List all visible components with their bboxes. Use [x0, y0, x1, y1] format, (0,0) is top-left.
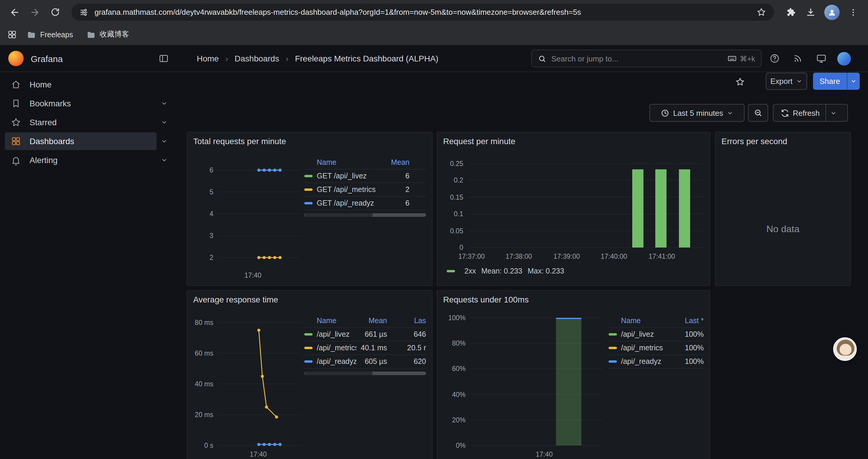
sidebar-item-alerting[interactable]: Alerting: [5, 151, 157, 169]
series-color-chip: [304, 175, 313, 177]
breadcrumb-home[interactable]: Home: [197, 54, 219, 63]
favorite-star-icon[interactable]: [735, 77, 745, 87]
profile-avatar[interactable]: [824, 4, 840, 20]
breadcrumb-current: Freeleaps Metrics Dashboard (ALPHA): [295, 54, 438, 63]
help-icon[interactable]: [769, 53, 780, 64]
col-last[interactable]: Last *: [675, 317, 704, 325]
breadcrumb-separator: ›: [225, 54, 228, 63]
downloads-icon[interactable]: [802, 3, 819, 21]
legend-table-header: Name Last *: [609, 314, 704, 328]
site-info-icon[interactable]: [79, 7, 89, 17]
series-color-chip: [609, 360, 617, 363]
col-mean[interactable]: Mean: [379, 158, 409, 167]
refresh-interval-chevron-icon[interactable]: [826, 104, 840, 121]
chevron-down-icon: [796, 78, 803, 85]
legend-row[interactable]: GET /api/_metrics 2: [304, 183, 426, 197]
legend-row[interactable]: GET /api/_livez 6: [304, 169, 426, 183]
breadcrumb-dashboards[interactable]: Dashboards: [235, 54, 279, 63]
legend-table: Name Last * /api/_livez 100% /api/_metri…: [609, 314, 704, 369]
table-horizontal-scrollbar[interactable]: [304, 371, 426, 375]
browser-toolbar: grafana.mathmast.com/d/deytv4rwavabkb/fr…: [0, 0, 868, 24]
legend-table: Name Mean GET /api/_livez 6 GET /api/_me…: [304, 156, 426, 217]
reload-icon[interactable]: [46, 3, 64, 21]
legend-table-header: Name Mean Las: [304, 314, 426, 328]
search-shortcut: ⌘+k: [727, 54, 755, 63]
folder-icon: [27, 30, 36, 39]
legend-table-header: Name Mean: [304, 156, 426, 169]
refresh-button[interactable]: Refresh: [773, 104, 848, 122]
breadcrumb: Home › Dashboards › Freeleaps Metrics Da…: [197, 45, 438, 71]
screen: grafana.mathmast.com/d/deytv4rwavabkb/fr…: [0, 0, 868, 459]
chevron-down-icon[interactable]: [161, 138, 168, 145]
grafana-header: Grafana Home › Dashboards › Freeleaps Me…: [0, 45, 868, 72]
legend-row[interactable]: /api/_metrics 100%: [609, 341, 704, 355]
rss-icon[interactable]: [793, 53, 803, 64]
folder-icon: [86, 30, 95, 39]
breadcrumb-separator: ›: [286, 54, 288, 63]
keyboard-icon: [727, 54, 737, 63]
panel-errors-per-second: Errors per second No data: [715, 132, 851, 286]
chevron-down-icon[interactable]: [161, 100, 168, 107]
url-bar[interactable]: grafana.mathmast.com/d/deytv4rwavabkb/fr…: [71, 4, 774, 21]
user-avatar[interactable]: [837, 52, 851, 66]
assistant-avatar[interactable]: [833, 337, 857, 361]
series-color-chip: [447, 270, 455, 272]
grafana-logo[interactable]: [8, 51, 24, 66]
sidebar-item-starred[interactable]: Starred: [5, 113, 157, 131]
table-horizontal-scrollbar[interactable]: [304, 213, 426, 217]
chevron-down-icon: [727, 109, 733, 116]
series-color-chip: [304, 333, 313, 335]
search-placeholder: Search or jump to...: [551, 54, 618, 63]
legend-mean: Mean: 0.233: [481, 267, 522, 275]
star-icon: [11, 117, 21, 128]
legend-row[interactable]: /api/_livez 661 µs 646: [304, 328, 426, 341]
sidebar-item-dashboards[interactable]: Dashboards: [5, 132, 157, 150]
col-name[interactable]: Name: [317, 317, 356, 325]
scrollbar-thumb[interactable]: [305, 213, 373, 217]
zoom-out-icon: [753, 108, 763, 118]
col-name[interactable]: Name: [621, 317, 675, 325]
forward-icon[interactable]: [26, 3, 44, 21]
col-mean[interactable]: Mean: [356, 317, 387, 325]
url-text: grafana.mathmast.com/d/deytv4rwavabkb/fr…: [95, 8, 750, 17]
monitor-icon[interactable]: [816, 53, 827, 64]
share-button[interactable]: Share: [813, 73, 860, 90]
series-color-chip: [304, 360, 313, 363]
legend-table: Name Mean Las /api/_livez 661 µs 646 /ap…: [304, 314, 426, 375]
bookmark-star-icon[interactable]: [756, 7, 766, 17]
col-last[interactable]: Las: [395, 317, 426, 325]
legend-row[interactable]: /api/_metrics 40.1 ms 20.5 r: [304, 341, 426, 355]
series-color-chip: [304, 189, 313, 191]
brand-name: Grafana: [31, 54, 63, 64]
home-icon: [11, 79, 21, 90]
legend-row[interactable]: GET /api/_readyz 6: [304, 197, 426, 210]
chevron-down-icon[interactable]: [161, 119, 168, 126]
apps-grid-icon[interactable]: [7, 30, 17, 40]
avatar-face: [840, 344, 851, 355]
share-menu-chevron-icon[interactable]: [846, 73, 860, 90]
time-range-picker[interactable]: Last 5 minutes: [649, 104, 745, 122]
sidebar-item-bookmarks[interactable]: Bookmarks: [5, 95, 157, 112]
chevron-down-icon[interactable]: [161, 157, 168, 164]
legend-row[interactable]: /api/_readyz 605 µs 620: [304, 355, 426, 369]
zoom-out-button[interactable]: [748, 104, 768, 122]
export-button[interactable]: Export: [766, 73, 807, 90]
back-icon[interactable]: [6, 3, 24, 21]
sidebar-toggle-icon[interactable]: [158, 53, 169, 64]
panel-total-requests-per-minute: Total requests per minute 6543217:40 Nam…: [187, 132, 433, 286]
bookmark-folder-blogs[interactable]: 收藏博客: [83, 28, 133, 41]
legend-row[interactable]: /api/_livez 100%: [609, 328, 704, 341]
legend-row[interactable]: /api/_readyz 100%: [609, 355, 704, 369]
col-name[interactable]: Name: [317, 158, 379, 167]
sidebar-item-home[interactable]: Home: [5, 76, 157, 93]
scrollbar-thumb[interactable]: [305, 371, 373, 375]
sidebar-nav: Home Bookmarks Starred Dashboards Alerti…: [0, 72, 176, 459]
extensions-icon[interactable]: [782, 3, 800, 21]
chart-legend[interactable]: 2xx Mean: 0.233 Max: 0.233: [447, 267, 564, 275]
legend-series-name: 2xx: [464, 267, 476, 275]
bell-icon: [11, 155, 21, 165]
search-box[interactable]: Search or jump to... ⌘+k: [531, 50, 762, 67]
panel-title[interactable]: Errors per second: [721, 136, 787, 146]
bookmark-folder-freeleaps[interactable]: Freeleaps: [23, 28, 76, 41]
menu-kebab-icon[interactable]: [844, 3, 862, 21]
